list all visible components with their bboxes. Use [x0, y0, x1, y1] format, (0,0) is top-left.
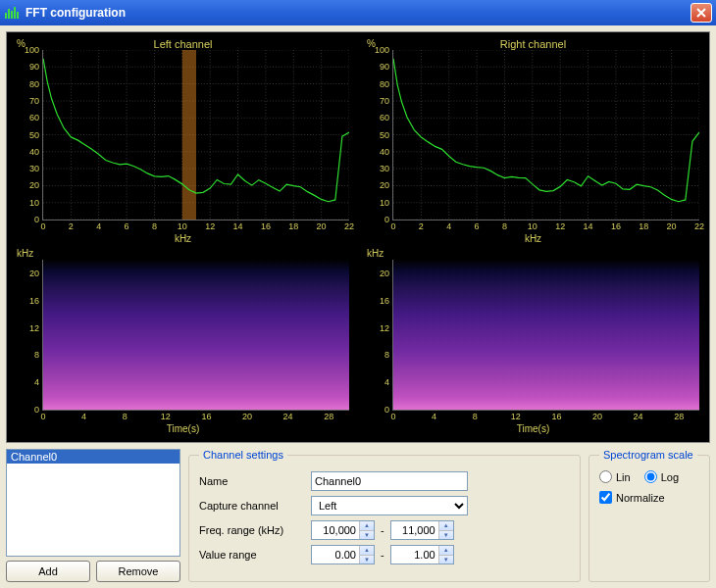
y-tick: 50 [29, 130, 39, 140]
x-tick: 0 [390, 221, 395, 231]
spin-down-icon[interactable]: ▼ [439, 531, 453, 540]
spectrogram-scale-legend: Spectrogram scale [599, 449, 697, 461]
x-tick: 12 [205, 221, 215, 231]
plot-area[interactable]: 0102030405060708090100 02468101214161820… [42, 50, 349, 220]
svg-rect-28 [182, 50, 196, 220]
value-max-spinner[interactable]: ▲▼ [390, 545, 454, 564]
x-tick: 8 [123, 412, 128, 421]
name-input[interactable] [311, 471, 468, 491]
freq-min-spinner[interactable]: ▲▼ [311, 520, 375, 540]
spin-up-icon[interactable]: ▲ [360, 546, 374, 556]
freq-min-input[interactable] [312, 521, 359, 539]
spin-down-icon[interactable]: ▼ [360, 556, 374, 564]
capture-channel-label: Capture channel [199, 500, 305, 512]
lin-radio[interactable] [599, 470, 612, 483]
spectrogram-scale-group: Spectrogram scale Lin Log Normalize [588, 449, 710, 582]
freq-range-label: Freq. range (kHz) [199, 524, 305, 536]
y-tick: 30 [380, 164, 389, 173]
y-tick: 100 [25, 45, 39, 55]
window-title: FFT configuration [26, 6, 690, 20]
add-button[interactable]: Add [6, 561, 90, 582]
x-tick: 6 [475, 221, 480, 231]
right-spectrogram: kHz 048121620 0481216202428 Time(s) [363, 248, 703, 434]
right-channel-chart: % Right channel 0102030405060708090100 0… [363, 38, 703, 244]
x-tick: 18 [288, 221, 298, 231]
title-bar: FFT configuration [0, 0, 716, 25]
svg-rect-0 [5, 13, 7, 19]
channel-settings-legend: Channel settings [199, 449, 287, 461]
y-tick: 70 [380, 96, 389, 106]
y-tick: 0 [384, 405, 389, 415]
x-tick: 8 [502, 221, 507, 231]
x-tick: 6 [125, 221, 129, 231]
normalize-checkbox[interactable] [599, 491, 612, 504]
lin-label[interactable]: Lin [616, 471, 631, 483]
x-tick: 20 [317, 221, 327, 231]
y-tick: 90 [380, 62, 389, 72]
y-tick: 90 [29, 62, 39, 72]
y-tick: 20 [380, 180, 389, 190]
y-tick: 12 [380, 323, 389, 333]
close-icon [696, 8, 706, 18]
name-label: Name [199, 475, 305, 487]
plot-area[interactable]: 048121620 0481216202428 [42, 260, 349, 411]
y-tick: 0 [34, 215, 39, 224]
x-tick: 16 [551, 412, 561, 421]
svg-rect-4 [17, 12, 19, 19]
y-tick: 60 [380, 113, 389, 122]
value-max-input[interactable] [391, 546, 438, 564]
plot-area[interactable]: 048121620 0481216202428 [392, 260, 699, 411]
x-tick: 12 [555, 221, 565, 231]
plot-area[interactable]: 0102030405060708090100 02468101214161820… [392, 50, 699, 220]
value-min-input[interactable] [312, 546, 359, 564]
spin-down-icon[interactable]: ▼ [360, 531, 374, 540]
y-tick: 40 [29, 147, 39, 157]
svg-rect-3 [14, 7, 16, 19]
x-tick: 20 [667, 221, 677, 231]
remove-button[interactable]: Remove [96, 561, 180, 582]
y-tick: 4 [34, 377, 39, 387]
log-label[interactable]: Log [661, 471, 679, 483]
spin-up-icon[interactable]: ▲ [360, 521, 374, 531]
x-tick: 0 [390, 412, 395, 421]
left-channel-chart: % Left channel 0102030405060708090100 02… [13, 38, 353, 244]
x-tick: 22 [694, 221, 704, 231]
channel-settings-group: Channel settings Name Capture channel Le… [188, 449, 581, 582]
range-dash: - [381, 524, 384, 536]
svg-rect-1 [8, 9, 10, 19]
x-axis-label: kHz [363, 233, 703, 244]
capture-channel-select[interactable]: Left [311, 496, 468, 515]
freq-max-input[interactable] [391, 521, 438, 539]
value-min-spinner[interactable]: ▲▼ [311, 545, 375, 564]
x-axis-label: kHz [13, 233, 353, 244]
spin-up-icon[interactable]: ▲ [439, 521, 453, 531]
log-radio[interactable] [644, 470, 657, 483]
freq-max-spinner[interactable]: ▲▼ [390, 520, 454, 540]
x-tick: 24 [283, 412, 293, 421]
y-tick: 10 [380, 198, 389, 208]
app-icon [4, 5, 20, 21]
y-axis-label: kHz [17, 248, 33, 259]
y-tick: 8 [34, 350, 39, 360]
x-tick: 10 [178, 221, 187, 231]
close-button[interactable] [690, 3, 712, 23]
normalize-label[interactable]: Normalize [616, 492, 665, 504]
y-tick: 80 [380, 79, 389, 89]
x-tick: 16 [261, 221, 271, 231]
spin-down-icon[interactable]: ▼ [439, 556, 453, 564]
x-tick: 4 [81, 412, 86, 421]
y-tick: 100 [375, 45, 389, 55]
x-tick: 8 [473, 412, 478, 421]
y-tick: 16 [380, 296, 389, 306]
x-tick: 14 [584, 221, 593, 231]
x-tick: 14 [233, 221, 243, 231]
x-tick: 28 [674, 412, 684, 421]
y-tick: 60 [29, 113, 39, 122]
x-tick: 0 [40, 221, 45, 231]
spin-up-icon[interactable]: ▲ [439, 546, 453, 556]
x-tick: 10 [528, 221, 537, 231]
left-spectrogram: kHz 048121620 0481216202428 Time(s) [13, 248, 353, 434]
channel-listbox[interactable]: Channel0 [6, 449, 180, 557]
x-tick: 28 [324, 412, 333, 421]
list-item[interactable]: Channel0 [7, 450, 179, 464]
